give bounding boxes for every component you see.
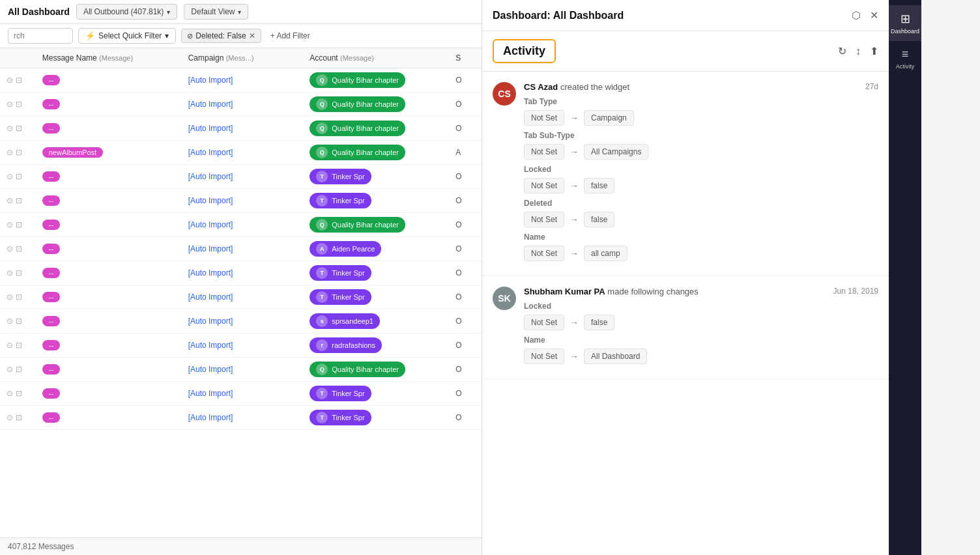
account-cell: T Tinker Spr <box>303 189 449 213</box>
table-row[interactable]: ⊙ ⊡ --[Auto Import] Q Quality Bihar chap… <box>0 358 482 382</box>
account-cell: T Tinker Spr <box>303 261 449 285</box>
remove-filter-icon[interactable]: ✕ <box>249 31 255 40</box>
campaign-cell: [Auto Import] <box>182 213 304 237</box>
sidebar-item-activity[interactable]: ≡ Activity <box>889 41 921 76</box>
account-avatar: T <box>316 412 328 423</box>
row-icon-2: ⊡ <box>16 244 22 253</box>
sort-icon[interactable]: ↕ <box>856 46 861 57</box>
quick-filter-icon: ⚡ <box>85 31 95 40</box>
row-icons-cell: ⊙ ⊡ <box>0 285 36 309</box>
table-row[interactable]: ⊙ ⊡ --[Auto Import] s sprsandeep1 O <box>0 309 482 334</box>
panel-header-actions: ⬡ ✕ <box>852 9 878 21</box>
row-icon-2: ⊡ <box>16 317 22 326</box>
change-from: Not Set <box>524 178 564 193</box>
chevron-down-icon: ▾ <box>165 31 169 40</box>
status-cell: O <box>449 213 482 237</box>
col-message-name[interactable]: Message Name (Message) <box>36 48 182 68</box>
share-icon[interactable]: ⬡ <box>852 9 861 21</box>
campaign-link[interactable]: [Auto Import] <box>188 341 233 350</box>
message-tag: -- <box>42 195 60 206</box>
message-name-cell: -- <box>36 213 182 237</box>
close-icon[interactable]: ✕ <box>870 9 878 21</box>
page-title: All Dashboard <box>8 7 70 17</box>
table-row[interactable]: ⊙ ⊡ --[Auto Import] T Tinker Spr O <box>0 285 482 309</box>
table-row[interactable]: ⊙ ⊡ --[Auto Import] Q Quality Bihar chap… <box>0 117 482 141</box>
table-row[interactable]: ⊙ ⊡ --[Auto Import] A Aiden Pearce O <box>0 237 482 261</box>
view-filter-button[interactable]: Default View ▾ <box>184 4 248 20</box>
campaign-link[interactable]: [Auto Import] <box>188 244 233 253</box>
row-icon-1: ⊙ <box>7 389 13 398</box>
search-input[interactable] <box>8 28 73 44</box>
col-campaign[interactable]: Campaign (Mess...) <box>182 48 304 68</box>
campaign-link[interactable]: [Auto Import] <box>188 389 233 398</box>
message-name-cell: -- <box>36 165 182 189</box>
campaign-link[interactable]: [Auto Import] <box>188 76 233 85</box>
table-row[interactable]: ⊙ ⊡ --[Auto Import] T Tinker Spr O <box>0 382 482 406</box>
col-status[interactable]: S <box>449 48 482 68</box>
campaign-link[interactable]: [Auto Import] <box>188 365 233 374</box>
table-row[interactable]: ⊙ ⊡ --[Auto Import] Q Quality Bihar chap… <box>0 213 482 237</box>
table-row[interactable]: ⊙ ⊡ --[Auto Import] Q Quality Bihar chap… <box>0 68 482 92</box>
add-filter-label: + Add Filter <box>270 31 310 40</box>
activity-tab[interactable]: Activity <box>493 39 556 63</box>
footer-bar: 407,812 Messages <box>0 537 482 555</box>
row-icon-2: ⊡ <box>16 124 22 133</box>
quick-filter-button[interactable]: ⚡ Select Quick Filter ▾ <box>78 28 176 44</box>
table-row[interactable]: ⊙ ⊡ --[Auto Import] r radrafashions O <box>0 334 482 358</box>
campaign-link[interactable]: [Auto Import] <box>188 220 233 229</box>
message-name-cell: -- <box>36 237 182 261</box>
table-row[interactable]: ⊙ ⊡ --[Auto Import] Q Quality Bihar chap… <box>0 92 482 117</box>
campaign-link[interactable]: [Auto Import] <box>188 100 233 109</box>
message-name-cell: -- <box>36 406 182 430</box>
status-cell: O <box>449 117 482 141</box>
account-badge: T Tinker Spr <box>310 289 371 305</box>
row-icon-1: ⊙ <box>7 317 13 326</box>
campaign-link[interactable]: [Auto Import] <box>188 413 233 422</box>
campaign-link[interactable]: [Auto Import] <box>188 148 233 157</box>
campaign-link[interactable]: [Auto Import] <box>188 172 233 181</box>
row-icon-1: ⊙ <box>7 341 13 350</box>
activity-action: made following changes <box>607 287 698 296</box>
refresh-icon[interactable]: ↻ <box>838 45 846 57</box>
change-from: Not Set <box>524 315 564 330</box>
activity-avatar: CS <box>493 82 516 106</box>
activity-content: CS Azad created the widget 27d Tab Type … <box>524 82 878 265</box>
panel-header: Dashboard: All Dashboard ⬡ ✕ <box>482 0 889 31</box>
row-icon-1: ⊙ <box>7 124 13 133</box>
message-tag: -- <box>42 75 60 85</box>
row-icons-cell: ⊙ ⊡ <box>0 309 36 334</box>
outbound-filter-button[interactable]: All Outbound (407.81k) ▾ <box>76 4 177 20</box>
campaign-cell: [Auto Import] <box>182 358 304 382</box>
change-to: All Dashboard <box>584 349 647 364</box>
table-row[interactable]: ⊙ ⊡ --[Auto Import] T Tinker Spr O <box>0 261 482 285</box>
account-avatar: Q <box>316 219 328 231</box>
sidebar-item-dashboard[interactable]: ⊞ Dashboard <box>889 5 921 41</box>
status-cell: O <box>449 237 482 261</box>
table-row[interactable]: ⊙ ⊡ --[Auto Import] T Tinker Spr O <box>0 189 482 213</box>
row-icon-2: ⊡ <box>16 389 22 398</box>
status-cell: O <box>449 382 482 406</box>
table-row[interactable]: ⊙ ⊡ --[Auto Import] T Tinker Spr O <box>0 165 482 189</box>
export-icon[interactable]: ⬆ <box>870 45 878 57</box>
campaign-link[interactable]: [Auto Import] <box>188 124 233 133</box>
account-badge: Q Quality Bihar chapter <box>310 96 405 112</box>
campaign-link[interactable]: [Auto Import] <box>188 292 233 302</box>
add-filter-button[interactable]: + Add Filter <box>267 29 314 42</box>
campaign-link[interactable]: [Auto Import] <box>188 317 233 326</box>
row-icon-2: ⊡ <box>16 268 22 278</box>
activity-user: Shubham Kumar PA <box>524 287 605 296</box>
status-cell: O <box>449 165 482 189</box>
activity-item: CS CS Azad created the widget 27d Tab Ty… <box>482 72 889 276</box>
panel-title: Dashboard: All Dashboard <box>493 10 624 21</box>
account-badge: T Tinker Spr <box>310 265 371 281</box>
main-table-area: All Dashboard All Outbound (407.81k) ▾ D… <box>0 0 482 555</box>
status-cell: O <box>449 309 482 334</box>
change-section-label: Name <box>524 233 878 242</box>
change-to: false <box>584 315 614 330</box>
campaign-link[interactable]: [Auto Import] <box>188 196 233 205</box>
change-from: Not Set <box>524 110 564 126</box>
table-row[interactable]: ⊙ ⊡ --[Auto Import] T Tinker Spr O <box>0 406 482 430</box>
col-account[interactable]: Account (Message) <box>303 48 449 68</box>
table-row[interactable]: ⊙ ⊡ newAlbumPost[Auto Import] Q Quality … <box>0 141 482 165</box>
campaign-link[interactable]: [Auto Import] <box>188 268 233 278</box>
